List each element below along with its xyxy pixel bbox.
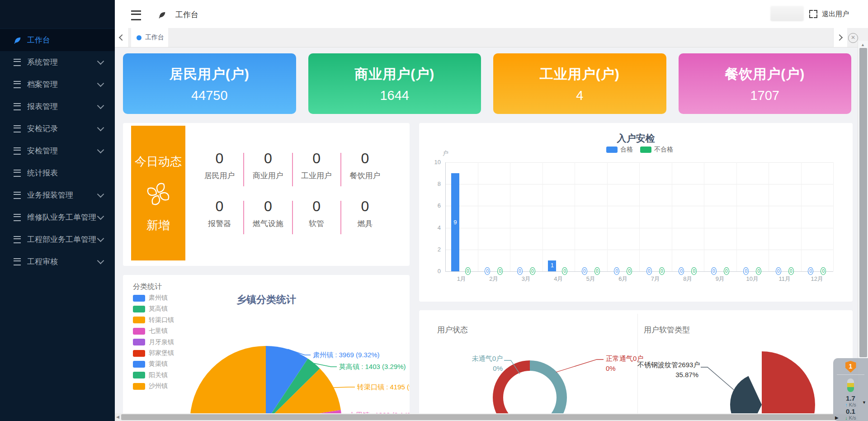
- sidebar-item-menu[interactable]: 安检记录: [0, 118, 115, 140]
- sidebar-item-menu[interactable]: 安检管理: [0, 140, 115, 162]
- sidebar-item-active[interactable]: 工作台: [0, 29, 115, 51]
- vertical-scrollbar-thumb[interactable]: [859, 48, 867, 357]
- stat-card-label: 居民用户(户): [123, 65, 296, 84]
- today-stat-label: 工业用户: [292, 170, 341, 181]
- inspection-chart-panel: 入户安检 合格不合格 户 02468101月902月003月004月105月00…: [419, 123, 853, 302]
- stat-card-value: 44750: [123, 88, 296, 103]
- fullscreen-icon[interactable]: [809, 10, 817, 18]
- zero-marker: 0: [711, 267, 717, 275]
- zero-marker: 0: [776, 267, 781, 275]
- net-speed-overlay-widget[interactable]: 1 1.7 ↑ K/s 0.1 ↓ K/s ▼ ▶: [833, 358, 868, 421]
- sidebar-item-label: 档案管理: [27, 79, 98, 90]
- shield-badge-icon[interactable]: 1: [845, 361, 856, 373]
- menu-icon: [14, 147, 21, 155]
- today-stat-value: 0: [195, 198, 244, 215]
- y-tick-label: 8: [423, 180, 441, 187]
- today-stat-label: 居民用户: [195, 170, 244, 181]
- tab-workbench[interactable]: 工作台: [131, 28, 168, 47]
- gridline-vertical: [639, 162, 640, 271]
- y-tick-label: 6: [423, 202, 441, 209]
- top-header: 工作台 退出用户: [115, 0, 868, 28]
- stat-card-value: 4: [493, 88, 666, 103]
- x-tick-label: 7月: [643, 275, 668, 283]
- chevron-down-icon: [97, 58, 104, 65]
- zero-marker: 0: [485, 267, 490, 275]
- menu-icon: [14, 258, 21, 265]
- gridline-vertical: [672, 162, 672, 271]
- chevron-down-icon: [97, 235, 104, 242]
- legend-swatch: [640, 147, 651, 153]
- today-stat-label: 燃气设施: [244, 218, 292, 229]
- town-classification-panel: 分类统计 乡镇分类统计 肃州镇莫高镇转渠口镇七里镇月牙泉镇郭家堡镇黄渠镇阳关镇沙…: [123, 275, 410, 421]
- today-stat-value: 0: [341, 150, 389, 167]
- today-new-label: 新增: [131, 218, 185, 233]
- today-activity-panel: 今日动态 新增 0居民用户0商业用户0工业用户0餐饮用户0报警器0燃气设施0软管…: [123, 123, 410, 266]
- scroll-left-arrow-icon[interactable]: ◀: [116, 415, 119, 419]
- today-stat-value: 0: [244, 198, 292, 215]
- zero-marker: 0: [724, 267, 729, 275]
- legend-label: 合格: [620, 146, 633, 154]
- horizontal-scrollbar-thumb[interactable]: [121, 414, 850, 420]
- tab-scroll-right-button[interactable]: [833, 28, 847, 47]
- gridline-vertical: [607, 162, 608, 271]
- callout-line: [314, 363, 337, 367]
- zero-marker: 0: [821, 267, 826, 275]
- menu-icon: [14, 81, 21, 88]
- hamburger-menu-icon[interactable]: [131, 10, 141, 20]
- sidebar-item-menu[interactable]: 系统管理: [0, 51, 115, 73]
- sidebar-item-menu[interactable]: 统计报表: [0, 162, 115, 184]
- gridline: [445, 271, 833, 272]
- breadcrumb: 工作台: [158, 9, 198, 20]
- sidebar-item-menu[interactable]: 工程部业务工单管理: [0, 228, 115, 251]
- chevron-down-icon: [97, 102, 104, 109]
- today-stat-cell: 0居民用户: [195, 150, 244, 181]
- chevron-left-icon: [119, 34, 125, 41]
- menu-icon: [14, 125, 21, 132]
- chevron-down-icon: [97, 191, 104, 198]
- close-all-tabs-icon[interactable]: ✕: [848, 33, 858, 43]
- gridline-vertical: [575, 162, 575, 271]
- pie-callout-label: 转渠口镇 : 4195 (9.85%): [357, 383, 410, 392]
- horizontal-scrollbar[interactable]: ◀: [115, 413, 858, 421]
- stat-cards-row: 居民用户(户)44750商业用户(户)1644工业用户(户)4餐饮用户(户)17…: [123, 53, 851, 114]
- x-tick-label: 1月: [449, 275, 474, 283]
- tab-scroll-left-button[interactable]: [115, 28, 129, 47]
- legend-item[interactable]: 不合格: [640, 146, 673, 154]
- legend-item[interactable]: 合格: [606, 146, 633, 154]
- logout-button[interactable]: 退出用户: [822, 10, 849, 19]
- y-tick-label: 10: [423, 159, 441, 166]
- x-tick-label: 5月: [578, 275, 604, 283]
- today-stat-cell: 0工业用户: [292, 150, 341, 181]
- caret-down-icon[interactable]: ▼: [862, 400, 866, 405]
- sidebar-item-menu[interactable]: 维修队业务工单管理: [0, 206, 115, 228]
- scroll-up-arrow-icon[interactable]: ▲: [861, 43, 865, 47]
- donut-label-left: 未通气0户0%: [447, 354, 503, 374]
- y-tick-label: 2: [423, 246, 441, 253]
- today-stat-value: 0: [341, 198, 389, 215]
- callout-line: [334, 387, 355, 388]
- sidebar-item-menu[interactable]: 业务报装管理: [0, 184, 115, 206]
- pie-callout-label: 肃州镇 : 3969 (9.32%): [313, 351, 380, 360]
- pinwheel-icon: [146, 181, 171, 207]
- play-triangle-icon[interactable]: ▶: [835, 415, 839, 420]
- gridline-vertical: [445, 162, 446, 271]
- donut-slice-未通气: [530, 360, 567, 421]
- sidebar-item-menu[interactable]: 档案管理: [0, 73, 115, 95]
- callout-line: [556, 360, 604, 372]
- active-tab-dot-icon: [137, 35, 142, 40]
- legend-label: 不合格: [654, 146, 673, 154]
- sidebar-item-menu[interactable]: 工程审核: [0, 251, 115, 273]
- today-stat-value: 0: [292, 150, 341, 167]
- x-tick-label: 10月: [740, 275, 765, 283]
- chevron-down-icon: [97, 124, 104, 132]
- today-stat-value: 0: [292, 198, 341, 215]
- x-tick-label: 9月: [708, 275, 733, 283]
- stat-card: 商业用户(户)1644: [308, 53, 481, 114]
- sidebar-menu: 工作台系统管理档案管理报表管理安检记录安检管理统计报表业务报装管理维修队业务工单…: [0, 29, 115, 273]
- up-arrow-icon: ↑: [845, 402, 848, 407]
- sidebar-item-label: 报表管理: [27, 101, 98, 112]
- stat-card: 餐饮用户(户)1707: [679, 53, 852, 114]
- sidebar-logo-area: [0, 0, 115, 28]
- menu-icon: [14, 236, 21, 243]
- sidebar-item-menu[interactable]: 报表管理: [0, 95, 115, 118]
